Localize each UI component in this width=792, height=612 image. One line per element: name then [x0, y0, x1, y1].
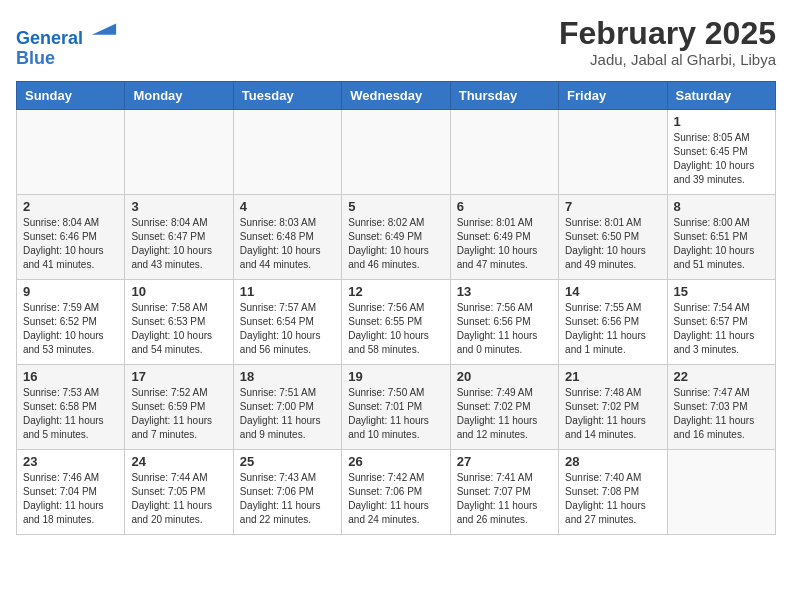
calendar-cell: 6Sunrise: 8:01 AM Sunset: 6:49 PM Daylig…: [450, 194, 558, 279]
day-number: 3: [131, 199, 226, 214]
day-info: Sunrise: 7:44 AM Sunset: 7:05 PM Dayligh…: [131, 471, 226, 527]
calendar-week-row: 1Sunrise: 8:05 AM Sunset: 6:45 PM Daylig…: [17, 109, 776, 194]
calendar-cell: 15Sunrise: 7:54 AM Sunset: 6:57 PM Dayli…: [667, 279, 775, 364]
day-number: 7: [565, 199, 660, 214]
calendar-cell: [125, 109, 233, 194]
day-number: 25: [240, 454, 335, 469]
svg-marker-0: [92, 23, 116, 34]
calendar-cell: [17, 109, 125, 194]
day-number: 14: [565, 284, 660, 299]
calendar-cell: 24Sunrise: 7:44 AM Sunset: 7:05 PM Dayli…: [125, 449, 233, 534]
day-info: Sunrise: 7:55 AM Sunset: 6:56 PM Dayligh…: [565, 301, 660, 357]
day-info: Sunrise: 8:04 AM Sunset: 6:47 PM Dayligh…: [131, 216, 226, 272]
calendar-cell: 9Sunrise: 7:59 AM Sunset: 6:52 PM Daylig…: [17, 279, 125, 364]
day-info: Sunrise: 7:41 AM Sunset: 7:07 PM Dayligh…: [457, 471, 552, 527]
day-info: Sunrise: 7:54 AM Sunset: 6:57 PM Dayligh…: [674, 301, 769, 357]
calendar-cell: 10Sunrise: 7:58 AM Sunset: 6:53 PM Dayli…: [125, 279, 233, 364]
month-title: February 2025: [559, 16, 776, 51]
calendar-cell: 23Sunrise: 7:46 AM Sunset: 7:04 PM Dayli…: [17, 449, 125, 534]
calendar-cell: 22Sunrise: 7:47 AM Sunset: 7:03 PM Dayli…: [667, 364, 775, 449]
calendar-week-row: 2Sunrise: 8:04 AM Sunset: 6:46 PM Daylig…: [17, 194, 776, 279]
logo-blue: Blue: [16, 49, 118, 69]
day-number: 8: [674, 199, 769, 214]
day-info: Sunrise: 8:01 AM Sunset: 6:49 PM Dayligh…: [457, 216, 552, 272]
day-info: Sunrise: 8:04 AM Sunset: 6:46 PM Dayligh…: [23, 216, 118, 272]
calendar-cell: 21Sunrise: 7:48 AM Sunset: 7:02 PM Dayli…: [559, 364, 667, 449]
calendar-week-row: 16Sunrise: 7:53 AM Sunset: 6:58 PM Dayli…: [17, 364, 776, 449]
day-number: 11: [240, 284, 335, 299]
day-number: 24: [131, 454, 226, 469]
day-info: Sunrise: 8:03 AM Sunset: 6:48 PM Dayligh…: [240, 216, 335, 272]
calendar-cell: 7Sunrise: 8:01 AM Sunset: 6:50 PM Daylig…: [559, 194, 667, 279]
calendar-cell: [559, 109, 667, 194]
day-number: 27: [457, 454, 552, 469]
day-info: Sunrise: 7:52 AM Sunset: 6:59 PM Dayligh…: [131, 386, 226, 442]
col-header-wednesday: Wednesday: [342, 81, 450, 109]
logo-icon: [90, 16, 118, 44]
day-number: 22: [674, 369, 769, 384]
calendar-cell: [667, 449, 775, 534]
calendar-cell: 25Sunrise: 7:43 AM Sunset: 7:06 PM Dayli…: [233, 449, 341, 534]
day-info: Sunrise: 7:42 AM Sunset: 7:06 PM Dayligh…: [348, 471, 443, 527]
day-info: Sunrise: 8:05 AM Sunset: 6:45 PM Dayligh…: [674, 131, 769, 187]
day-info: Sunrise: 7:57 AM Sunset: 6:54 PM Dayligh…: [240, 301, 335, 357]
calendar-week-row: 9Sunrise: 7:59 AM Sunset: 6:52 PM Daylig…: [17, 279, 776, 364]
calendar-cell: 11Sunrise: 7:57 AM Sunset: 6:54 PM Dayli…: [233, 279, 341, 364]
day-number: 16: [23, 369, 118, 384]
day-number: 23: [23, 454, 118, 469]
col-header-sunday: Sunday: [17, 81, 125, 109]
logo-general: General: [16, 28, 83, 48]
day-info: Sunrise: 7:47 AM Sunset: 7:03 PM Dayligh…: [674, 386, 769, 442]
day-info: Sunrise: 7:51 AM Sunset: 7:00 PM Dayligh…: [240, 386, 335, 442]
day-number: 19: [348, 369, 443, 384]
day-info: Sunrise: 7:40 AM Sunset: 7:08 PM Dayligh…: [565, 471, 660, 527]
col-header-friday: Friday: [559, 81, 667, 109]
logo: General Blue: [16, 16, 118, 69]
day-number: 4: [240, 199, 335, 214]
logo-text: General: [16, 16, 118, 49]
day-info: Sunrise: 8:01 AM Sunset: 6:50 PM Dayligh…: [565, 216, 660, 272]
col-header-monday: Monday: [125, 81, 233, 109]
col-header-thursday: Thursday: [450, 81, 558, 109]
day-number: 2: [23, 199, 118, 214]
day-number: 9: [23, 284, 118, 299]
title-block: February 2025 Jadu, Jabal al Gharbi, Lib…: [559, 16, 776, 68]
calendar-table: SundayMondayTuesdayWednesdayThursdayFrid…: [16, 81, 776, 535]
day-info: Sunrise: 7:46 AM Sunset: 7:04 PM Dayligh…: [23, 471, 118, 527]
day-number: 1: [674, 114, 769, 129]
calendar-cell: [233, 109, 341, 194]
calendar-cell: 18Sunrise: 7:51 AM Sunset: 7:00 PM Dayli…: [233, 364, 341, 449]
day-number: 26: [348, 454, 443, 469]
calendar-cell: [342, 109, 450, 194]
calendar-cell: 26Sunrise: 7:42 AM Sunset: 7:06 PM Dayli…: [342, 449, 450, 534]
day-number: 12: [348, 284, 443, 299]
day-info: Sunrise: 7:58 AM Sunset: 6:53 PM Dayligh…: [131, 301, 226, 357]
day-info: Sunrise: 7:56 AM Sunset: 6:56 PM Dayligh…: [457, 301, 552, 357]
col-header-tuesday: Tuesday: [233, 81, 341, 109]
calendar-cell: 28Sunrise: 7:40 AM Sunset: 7:08 PM Dayli…: [559, 449, 667, 534]
day-number: 18: [240, 369, 335, 384]
calendar-cell: 3Sunrise: 8:04 AM Sunset: 6:47 PM Daylig…: [125, 194, 233, 279]
day-number: 5: [348, 199, 443, 214]
calendar-cell: 2Sunrise: 8:04 AM Sunset: 6:46 PM Daylig…: [17, 194, 125, 279]
day-number: 15: [674, 284, 769, 299]
day-number: 17: [131, 369, 226, 384]
calendar-cell: 1Sunrise: 8:05 AM Sunset: 6:45 PM Daylig…: [667, 109, 775, 194]
day-number: 6: [457, 199, 552, 214]
calendar-cell: 19Sunrise: 7:50 AM Sunset: 7:01 PM Dayli…: [342, 364, 450, 449]
day-info: Sunrise: 8:02 AM Sunset: 6:49 PM Dayligh…: [348, 216, 443, 272]
day-info: Sunrise: 7:56 AM Sunset: 6:55 PM Dayligh…: [348, 301, 443, 357]
day-info: Sunrise: 7:50 AM Sunset: 7:01 PM Dayligh…: [348, 386, 443, 442]
calendar-cell: 5Sunrise: 8:02 AM Sunset: 6:49 PM Daylig…: [342, 194, 450, 279]
day-info: Sunrise: 8:00 AM Sunset: 6:51 PM Dayligh…: [674, 216, 769, 272]
day-number: 21: [565, 369, 660, 384]
day-info: Sunrise: 7:49 AM Sunset: 7:02 PM Dayligh…: [457, 386, 552, 442]
calendar-cell: 12Sunrise: 7:56 AM Sunset: 6:55 PM Dayli…: [342, 279, 450, 364]
day-number: 20: [457, 369, 552, 384]
calendar-cell: 8Sunrise: 8:00 AM Sunset: 6:51 PM Daylig…: [667, 194, 775, 279]
calendar-cell: 4Sunrise: 8:03 AM Sunset: 6:48 PM Daylig…: [233, 194, 341, 279]
day-number: 28: [565, 454, 660, 469]
calendar-cell: 14Sunrise: 7:55 AM Sunset: 6:56 PM Dayli…: [559, 279, 667, 364]
day-info: Sunrise: 7:59 AM Sunset: 6:52 PM Dayligh…: [23, 301, 118, 357]
col-header-saturday: Saturday: [667, 81, 775, 109]
